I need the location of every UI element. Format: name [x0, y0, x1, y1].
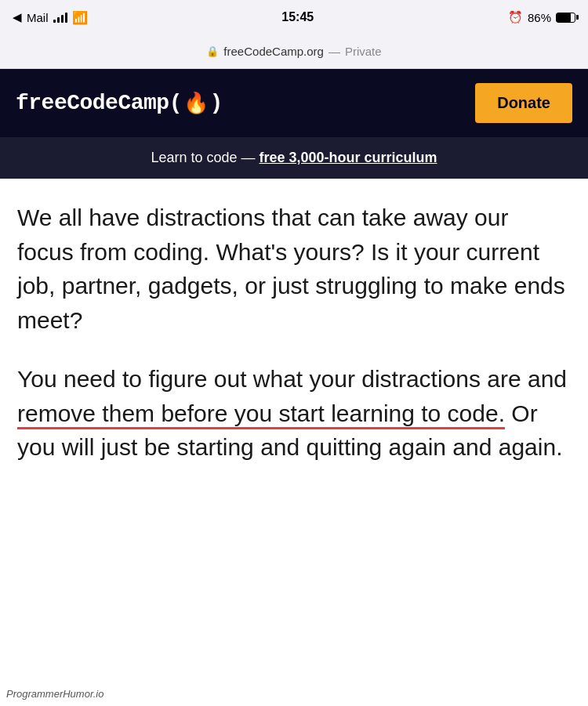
- address-bar[interactable]: 🔒 freeCodeCamp.org — Private: [0, 34, 588, 69]
- wifi-icon: 📶: [72, 10, 88, 25]
- status-bar: ◀ Mail 📶 15:45 ⏰ 86%: [0, 0, 588, 34]
- signal-bar-3: [61, 15, 64, 23]
- signal-bar-4: [65, 13, 67, 23]
- signal-bars: [53, 12, 67, 23]
- status-left: ◀ Mail 📶: [13, 10, 88, 25]
- private-label: Private: [345, 45, 382, 58]
- url-text: freeCodeCamp.org: [223, 45, 324, 58]
- separator: —: [328, 45, 340, 58]
- site-logo: freeCodeCamp(🔥): [16, 91, 223, 116]
- carrier-label: Mail: [27, 11, 49, 24]
- paragraph-2-underlined: remove them before you start learning to…: [17, 400, 505, 429]
- signal-bar-1: [53, 20, 56, 23]
- paragraph-2-part1: You need to figure out what your distrac…: [17, 366, 567, 392]
- logo-text-1: freeCodeCamp(: [16, 91, 182, 115]
- battery-icon: [556, 13, 575, 23]
- back-arrow: ◀: [13, 10, 22, 24]
- banner-text: Learn to code — free 3,000-hour curricul…: [16, 150, 572, 166]
- site-header: freeCodeCamp(🔥) Donate: [0, 69, 588, 137]
- donate-button[interactable]: Donate: [475, 83, 572, 123]
- banner-text-before-link: Learn to code —: [151, 150, 259, 165]
- banner: Learn to code — free 3,000-hour curricul…: [0, 137, 588, 179]
- battery-fill: [557, 13, 571, 22]
- status-time: 15:45: [281, 10, 314, 24]
- footer-watermark: ProgrammerHumor.io: [6, 688, 104, 700]
- lock-icon: 🔒: [206, 45, 219, 57]
- flame-icon: 🔥: [183, 91, 209, 116]
- alarm-icon: ⏰: [508, 10, 523, 24]
- battery-percent: 86%: [528, 11, 551, 24]
- signal-bar-2: [57, 17, 60, 23]
- logo-text-2: ): [209, 91, 222, 115]
- curriculum-link[interactable]: free 3,000-hour curriculum: [260, 150, 437, 165]
- paragraph-2: You need to figure out what your distrac…: [17, 362, 571, 465]
- main-content: We all have distractions that can take a…: [0, 179, 588, 480]
- status-right: ⏰ 86%: [508, 10, 575, 24]
- paragraph-1: We all have distractions that can take a…: [17, 201, 571, 337]
